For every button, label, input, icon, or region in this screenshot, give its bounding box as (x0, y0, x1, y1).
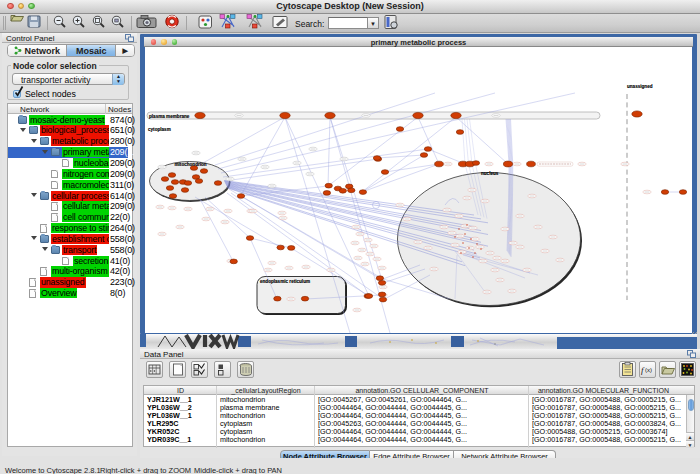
svg-text:mitochondrion: mitochondrion (175, 162, 207, 167)
svg-text:endoplasmic reticulum: endoplasmic reticulum (260, 279, 310, 284)
svg-text:nucleus: nucleus (481, 171, 499, 176)
svg-text:plasma membrane: plasma membrane (149, 114, 190, 119)
svg-text:unassigned: unassigned (627, 84, 653, 89)
svg-text:cytoplasm: cytoplasm (148, 127, 171, 132)
